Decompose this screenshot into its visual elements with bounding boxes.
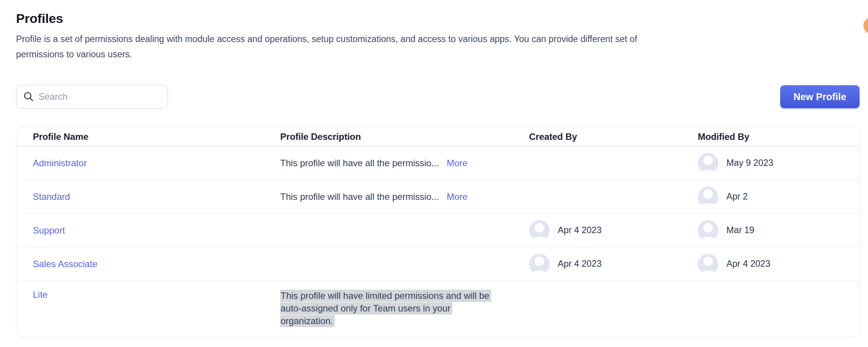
default-avatar-icon (529, 254, 550, 274)
profile-description-cell: This profile will have all the permissio… (280, 158, 529, 169)
profile-name-cell: Standard (16, 191, 280, 202)
modified-by-date: May 9 2023 (726, 158, 773, 168)
page-title: Profiles (16, 10, 860, 27)
modified-by-cell: Apr 4 2023 (698, 254, 859, 274)
table-header-row: Profile Name Profile Description Created… (16, 127, 859, 146)
profile-name-cell: Administrator (16, 158, 280, 169)
column-header-created-by: Created By (529, 131, 698, 142)
default-avatar-icon (529, 220, 550, 241)
page-description: Profile is a set of permissions dealing … (16, 31, 667, 62)
profile-name-link[interactable]: Lite (33, 289, 48, 300)
profile-description-cell: This profile will have limited permissio… (280, 289, 529, 327)
column-header-profile-name: Profile Name (16, 131, 280, 142)
column-header-modified-by: Modified By (698, 131, 859, 142)
more-link[interactable]: More (447, 191, 468, 202)
table-body: AdministratorThis profile will have all … (16, 146, 859, 337)
toolbar: New Profile (16, 85, 860, 109)
search-box[interactable] (16, 85, 168, 109)
profile-name-cell: Support (16, 225, 280, 236)
modified-by-cell: May 9 2023 (698, 153, 859, 174)
created-by-date: Apr 4 2023 (558, 259, 602, 269)
created-by-date: Apr 4 2023 (558, 225, 602, 235)
table-row: LiteThis profile will have limited permi… (16, 281, 859, 337)
search-input[interactable] (16, 85, 168, 109)
default-avatar-icon (698, 220, 718, 241)
default-avatar-icon (698, 254, 718, 274)
created-by-cell: Apr 4 2023 (529, 254, 698, 274)
profiles-page: Profiles Profile is a set of permissions… (0, 0, 868, 347)
floating-assistant-badge[interactable] (863, 17, 868, 34)
default-avatar-icon (698, 153, 718, 174)
profile-description-text: This profile will have all the permissio… (280, 191, 439, 202)
modified-by-cell: Apr 2 (698, 186, 859, 207)
profiles-table: Profile Name Profile Description Created… (16, 127, 860, 337)
profile-description-text: This profile will have limited permissio… (280, 289, 506, 327)
profile-description-cell: This profile will have all the permissio… (280, 191, 529, 202)
profile-name-cell: Sales Associate (16, 259, 280, 269)
profile-name-link[interactable]: Standard (33, 191, 70, 202)
modified-by-date: Apr 4 2023 (726, 259, 770, 269)
selected-text-highlight: This profile will have limited permissio… (280, 290, 491, 327)
profile-name-link[interactable]: Support (33, 225, 65, 235)
profile-name-cell: Lite (16, 289, 280, 300)
modified-by-date: Apr 2 (726, 191, 748, 202)
profile-name-link[interactable]: Administrator (33, 158, 87, 168)
table-row: AdministratorThis profile will have all … (16, 146, 859, 180)
modified-by-cell: Mar 19 (698, 220, 859, 241)
profile-description-text: This profile will have all the permissio… (280, 158, 439, 169)
table-row: SupportApr 4 2023Mar 19 (16, 214, 859, 247)
new-profile-button[interactable]: New Profile (780, 85, 860, 108)
table-row: Sales AssociateApr 4 2023Apr 4 2023 (16, 247, 859, 281)
more-link[interactable]: More (447, 158, 468, 169)
table-row: StandardThis profile will have all the p… (16, 180, 859, 214)
modified-by-date: Mar 19 (726, 225, 754, 235)
column-header-profile-description: Profile Description (280, 131, 529, 142)
default-avatar-icon (698, 186, 718, 207)
profile-name-link[interactable]: Sales Associate (33, 259, 97, 269)
created-by-cell: Apr 4 2023 (529, 220, 698, 241)
